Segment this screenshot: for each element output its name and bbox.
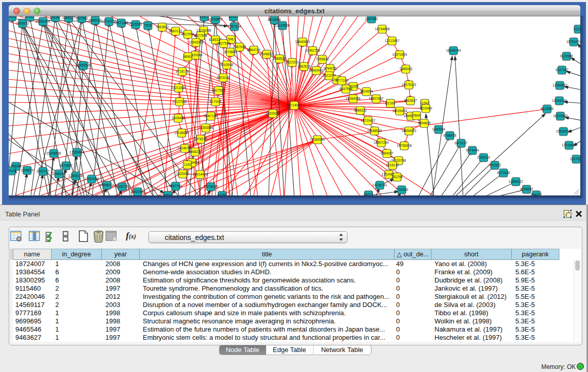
svg-text:6794028: 6794028	[323, 67, 337, 70]
svg-text:18724007: 18724007	[287, 103, 302, 107]
svg-text:20053346: 20053346	[76, 63, 91, 67]
svg-text:12505135: 12505135	[69, 174, 83, 178]
svg-text:6497568: 6497568	[339, 87, 353, 91]
svg-text:12444194: 12444194	[552, 99, 567, 102]
svg-text:546: 546	[228, 37, 234, 41]
svg-text:817004: 817004	[210, 100, 221, 103]
svg-text:7625402: 7625402	[176, 172, 189, 176]
svg-text:4498222: 4498222	[188, 150, 202, 154]
svg-text:1405572: 1405572	[16, 21, 29, 25]
svg-text:10543362: 10543362	[189, 40, 204, 44]
svg-text:7485063: 7485063	[399, 67, 412, 71]
svg-text:16648784: 16648784	[446, 49, 461, 52]
svg-text:8990448: 8990448	[310, 69, 323, 72]
svg-text:21364456: 21364456	[346, 97, 361, 100]
svg-text:16914479: 16914479	[193, 172, 208, 176]
svg-text:3824554: 3824554	[360, 90, 373, 93]
svg-text:14353594: 14353594	[199, 126, 213, 129]
svg-text:9146821: 9146821	[260, 52, 273, 56]
svg-text:8215955: 8215955	[540, 107, 554, 111]
svg-text:2935114: 2935114	[477, 156, 490, 159]
svg-text:8471626: 8471626	[497, 171, 510, 174]
svg-text:9242848: 9242848	[220, 63, 233, 67]
svg-text:8454749: 8454749	[247, 48, 260, 52]
svg-text:1440934: 1440934	[432, 127, 445, 131]
svg-text:11923448: 11923448	[130, 190, 145, 193]
svg-text:19756928: 19756928	[397, 144, 412, 147]
svg-text:10807487: 10807487	[369, 97, 384, 100]
svg-text:7515526: 7515526	[129, 23, 142, 26]
svg-text:17359914: 17359914	[70, 150, 84, 154]
svg-text:9474444: 9474444	[466, 148, 479, 152]
svg-text:10107552: 10107552	[172, 100, 187, 103]
svg-text:9899695: 9899695	[418, 121, 431, 125]
svg-text:1140: 1140	[184, 163, 191, 166]
svg-text:1156819: 1156819	[21, 168, 34, 172]
svg-text:2803144: 2803144	[216, 76, 230, 79]
svg-text:2718176: 2718176	[176, 70, 189, 73]
svg-text:1362615: 1362615	[297, 64, 311, 68]
svg-text:252254: 252254	[391, 175, 403, 179]
svg-text:7955812: 7955812	[316, 57, 329, 61]
svg-text:9857791: 9857791	[169, 184, 182, 188]
svg-text:10958107: 10958107	[100, 183, 115, 187]
svg-text:19384554: 19384554	[310, 138, 325, 141]
svg-text:16033809: 16033809	[208, 17, 223, 21]
svg-text:12213369: 12213369	[171, 86, 186, 90]
svg-text:14136141: 14136141	[373, 183, 387, 187]
svg-text:2887682: 2887682	[365, 17, 378, 20]
svg-text:8878332: 8878332	[194, 137, 207, 141]
svg-text:10671355: 10671355	[114, 21, 129, 25]
svg-text:1615132: 1615132	[386, 163, 399, 167]
svg-text:7357224: 7357224	[228, 25, 241, 28]
svg-text:1145194: 1145194	[53, 172, 66, 176]
svg-text:10961758: 10961758	[306, 49, 320, 52]
svg-text:6466160: 6466160	[89, 18, 102, 22]
svg-text:9115460: 9115460	[420, 106, 432, 110]
svg-text:10654112: 10654112	[509, 180, 524, 183]
svg-text:19166829: 19166829	[175, 131, 189, 135]
svg-text:3675685: 3675685	[224, 50, 237, 54]
svg-text:1527602: 1527602	[75, 16, 89, 20]
svg-text:7515: 7515	[144, 24, 152, 27]
svg-text:18640910: 18640910	[295, 40, 310, 43]
svg-text:9544: 9544	[413, 114, 421, 117]
svg-text:391141: 391141	[9, 169, 17, 172]
svg-text:17957255: 17957255	[84, 177, 99, 181]
svg-text:10973493: 10973493	[393, 53, 407, 56]
svg-text:98961: 98961	[183, 55, 192, 58]
svg-text:1065327: 1065327	[62, 16, 75, 19]
svg-text:6479197: 6479197	[454, 141, 468, 145]
svg-text:8912954: 8912954	[181, 32, 194, 36]
svg-text:20206536: 20206536	[47, 151, 61, 155]
svg-text:7663822: 7663822	[156, 25, 169, 29]
svg-text:8660123: 8660123	[169, 29, 182, 33]
svg-text:2867608: 2867608	[233, 45, 246, 49]
svg-text:15751074: 15751074	[567, 40, 580, 43]
svg-text:17016504: 17016504	[562, 143, 577, 147]
svg-text:19654923: 19654923	[402, 129, 417, 133]
svg-text:10688609: 10688609	[367, 129, 382, 133]
svg-text:8813054: 8813054	[268, 18, 281, 21]
svg-text:15716485: 15716485	[204, 185, 219, 188]
svg-text:11123: 11123	[574, 27, 580, 31]
svg-text:9975867: 9975867	[59, 164, 73, 167]
svg-text:18807249: 18807249	[374, 141, 389, 144]
svg-text:9463627: 9463627	[404, 99, 417, 102]
svg-text:2942757: 2942757	[36, 169, 50, 173]
svg-text:29300243: 29300243	[266, 112, 280, 115]
svg-text:12093822: 12093822	[553, 83, 568, 87]
svg-text:1588520: 1588520	[273, 57, 286, 60]
svg-text:12218506: 12218506	[275, 24, 290, 27]
svg-text:8427552: 8427552	[212, 89, 225, 92]
svg-text:1905493: 1905493	[171, 116, 185, 120]
svg-text:10046756: 10046756	[178, 146, 192, 150]
svg-text:12975115: 12975115	[402, 83, 417, 86]
svg-text:1733426: 1733426	[395, 188, 408, 191]
svg-text:1167534: 1167534	[570, 157, 580, 161]
svg-text:9245652: 9245652	[520, 187, 533, 191]
svg-text:15720407: 15720407	[361, 119, 376, 122]
svg-text:7632621: 7632621	[488, 163, 502, 167]
svg-text:9777169: 9777169	[335, 79, 349, 82]
svg-text:9884067: 9884067	[380, 151, 394, 155]
